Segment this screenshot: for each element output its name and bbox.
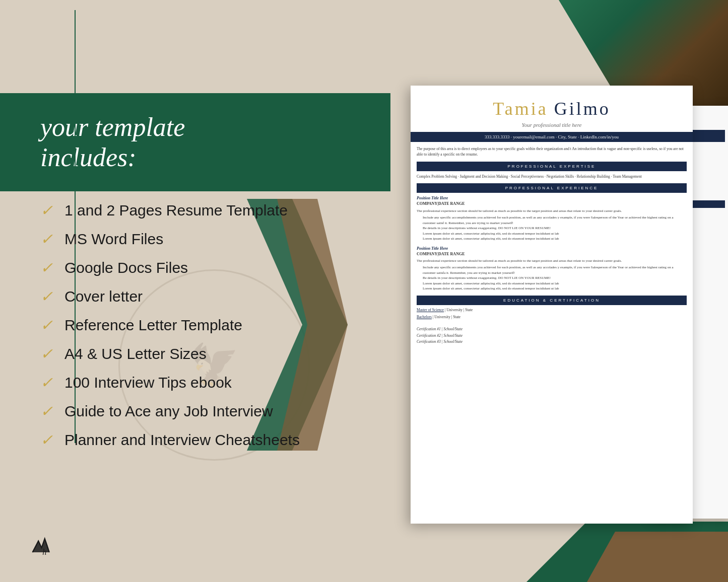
expertise-content: Complex Problem Solving · Judgment and D… xyxy=(417,174,687,179)
checkmark-icon: ✓ xyxy=(40,287,55,305)
resume-body: The purpose of this area is to direct em… xyxy=(411,146,693,345)
expertise-header: PROFESSIONAL EXPERTISE xyxy=(417,162,687,171)
experience-header: PROFESSIONAL EXPERIENCE xyxy=(417,183,687,193)
checklist-label: A4 & US Letter Sizes xyxy=(64,345,207,362)
checkmark-icon: ✓ xyxy=(40,316,55,334)
list-item: ✓ A4 & US Letter Sizes xyxy=(40,345,398,362)
resume-summary: The purpose of this area is to direct em… xyxy=(417,146,687,158)
education-item: Bachelors | University | State xyxy=(417,315,687,320)
job-title-2: Position Title Here xyxy=(417,246,687,251)
list-item: ✓ Reference Letter Template xyxy=(40,316,398,334)
checklist-label: Guide to Ace any Job Interview xyxy=(64,403,273,420)
job-title-1: Position Title Here xyxy=(417,195,687,201)
checkmark-icon: ✓ xyxy=(40,259,55,276)
list-item: ✓ Google Docs Files xyxy=(40,259,398,276)
checklist-label: MS Word Files xyxy=(64,231,163,248)
checkmark-icon: ✓ xyxy=(40,431,55,449)
list-item: ✓ 100 Interview Tips ebook xyxy=(40,374,398,391)
checklist-label: 1 and 2 Pages Resume Template xyxy=(64,202,288,219)
job-bullet: Lorem ipsum dolor sit amet, consectetur … xyxy=(423,236,687,242)
job-company-2: COMPANY|DATE RANGE xyxy=(417,251,687,257)
certification-item: Certification #2 | School/State xyxy=(417,333,687,339)
checkmark-icon: ✓ xyxy=(40,374,55,391)
education-header: EDUCATION & CERTIFICATION xyxy=(417,296,687,305)
list-item: ✓ Planner and Interview Cheatsheets xyxy=(40,431,398,449)
checklist-label: Reference Letter Template xyxy=(64,317,242,334)
job-company-1: COMPANY|DATE RANGE xyxy=(417,201,687,206)
list-item: ✓ 1 and 2 Pages Resume Template xyxy=(40,201,398,219)
template-banner: your template includes: xyxy=(0,93,390,191)
resume-subtitle: Your professional title here xyxy=(411,122,693,128)
resume-contact-bar: 333.333.3333 · youremail@email.com · Cit… xyxy=(411,132,693,142)
job-bullet: Be details in your descriptions without … xyxy=(423,226,687,231)
job-bullet: Lorem ipsum dolor sit amet, consectetur … xyxy=(423,281,687,286)
logo-area: h xyxy=(30,534,53,557)
checkmark-icon: ✓ xyxy=(40,402,55,420)
checkmark-icon: ✓ xyxy=(40,201,55,219)
education-item: Master of Science | University | State xyxy=(417,308,687,313)
certification-item: Certification #1 | School/State xyxy=(417,327,687,332)
checklist-label: Cover letter xyxy=(64,288,143,305)
job-bullet: Lorem ipsum dolor sit amet, consectetur … xyxy=(423,286,687,292)
resume-preview-area: TheAn ion t CONe PoCO Theare • • PoCO Th… xyxy=(385,86,728,549)
resume-card-main: Tamia Gilmo Your professional title here… xyxy=(411,86,693,524)
checklist-label: Google Docs Files xyxy=(64,259,188,276)
banner-text: your template includes: xyxy=(40,112,185,173)
checklist-label: 100 Interview Tips ebook xyxy=(64,374,232,391)
list-item: ✓ Guide to Ace any Job Interview xyxy=(40,402,398,420)
job-bullet: Be details in your descriptions without … xyxy=(423,275,687,281)
job-bullet: Include any specific accomplishments you… xyxy=(423,265,687,275)
checkmark-icon: ✓ xyxy=(40,345,55,362)
job-bullet: Include any specific accomplishments you… xyxy=(423,215,687,226)
checklist-area: ✓ 1 and 2 Pages Resume Template ✓ MS Wor… xyxy=(40,201,398,460)
job-bullet: Lorem ipsum dolor sit amet, consectetur … xyxy=(423,231,687,237)
list-item: ✓ MS Word Files xyxy=(40,230,398,248)
checkmark-icon: ✓ xyxy=(40,230,55,248)
certification-item: Certification #3 | School/State xyxy=(417,339,687,345)
job-desc-1: The professional experience section shou… xyxy=(417,208,687,214)
checklist-label: Planner and Interview Cheatsheets xyxy=(64,431,300,449)
brand-logo: h xyxy=(30,534,53,557)
resume-name: Tamia Gilmo xyxy=(411,86,693,122)
list-item: ✓ Cover letter xyxy=(40,287,398,305)
svg-text:h: h xyxy=(42,548,46,557)
main-container: 🦅 your template includes: ✓ 1 and 2 Page… xyxy=(0,0,728,582)
job-desc-2: The professional experience section shou… xyxy=(417,258,687,264)
